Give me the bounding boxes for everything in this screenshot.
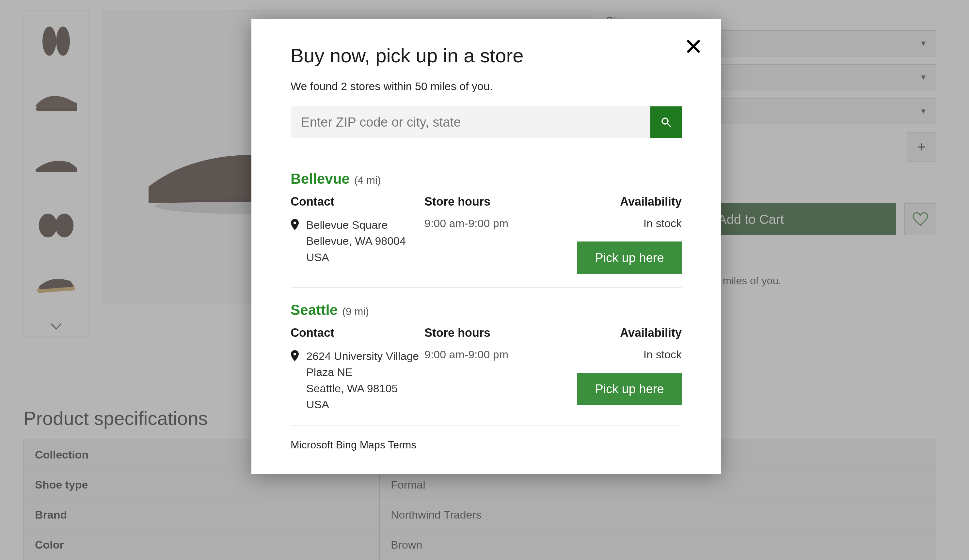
zip-search-button[interactable] [650,106,682,138]
svg-line-6 [667,123,671,126]
store-name[interactable]: Seattle [291,302,338,318]
map-pin-icon [291,348,299,362]
hours-header: Store hours [425,195,574,209]
contact-header: Contact [291,326,425,340]
contact-header: Contact [291,195,425,209]
store-result: Seattle (9 mi) Contact 2624 University V… [291,287,682,425]
pick-up-here-button[interactable]: Pick up here [577,241,682,274]
store-distance: (4 mi) [354,174,381,186]
store-result: Bellevue (4 mi) Contact Bellevue Square … [291,156,682,287]
search-icon [661,116,672,128]
availability-header: Availability [620,326,682,340]
store-name[interactable]: Bellevue [291,171,350,187]
store-address: Bellevue Square Bellevue, WA 98004 USA [306,217,406,265]
availability-header: Availability [620,195,682,209]
zip-search-input[interactable] [291,106,650,138]
close-button[interactable] [686,39,701,55]
stores-found-text: We found 2 stores within 50 miles of you… [291,80,682,93]
store-search [291,106,682,138]
store-distance: (9 mi) [342,306,369,317]
bing-maps-terms-link[interactable]: Microsoft Bing Maps Terms [291,439,416,451]
close-icon [686,39,701,53]
hours-header: Store hours [425,326,574,340]
store-address: 2624 University Village Plaza NE Seattle… [306,348,425,412]
store-availability: In stock [643,348,682,361]
store-hours: 9:00 am-9:00 pm [425,348,574,361]
map-pin-icon [291,217,299,231]
store-availability: In stock [643,217,682,230]
store-pickup-modal: Buy now, pick up in a store We found 2 s… [251,19,721,474]
pick-up-here-button[interactable]: Pick up here [577,373,682,405]
modal-title: Buy now, pick up in a store [291,44,682,67]
store-hours: 9:00 am-9:00 pm [425,217,574,230]
